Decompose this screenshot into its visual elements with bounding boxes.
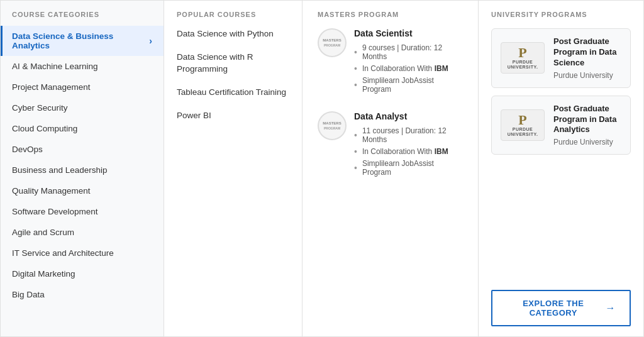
sidebar-item-label: Project Management bbox=[12, 82, 91, 92]
explore-btn-wrapper: EXPLORE THE CATEGORY → bbox=[491, 282, 631, 326]
sidebar-item-label: Digital Marketing bbox=[12, 269, 75, 279]
uni-card-data-science[interactable]: P PURDUEUNIVERSITY. Post Graduate Progra… bbox=[491, 28, 631, 88]
sidebar-item-label: DevOps bbox=[12, 145, 43, 154]
uni-info-data-analytics: Post Graduate Program in Data Analytics … bbox=[553, 104, 621, 147]
sidebar-item-devops[interactable]: DevOps bbox=[1, 139, 164, 160]
master-detail-jobassist-1: Simplilearn JobAssist Program bbox=[354, 76, 463, 94]
sidebar-item-cloud-computing[interactable]: Cloud Computing bbox=[1, 118, 164, 139]
master-title-data-analyst: Data Analyst bbox=[354, 111, 463, 121]
master-title-data-scientist: Data Scientist bbox=[354, 28, 463, 38]
uni-info-data-science: Post Graduate Program in Data Science Pu… bbox=[553, 36, 621, 80]
university-programs-panel: UNIVERSITY PROGRAMS P PURDUEUNIVERSITY. … bbox=[479, 1, 643, 336]
explore-category-button[interactable]: EXPLORE THE CATEGORY → bbox=[491, 290, 631, 326]
sidebar-item-digital-marketing[interactable]: Digital Marketing bbox=[1, 263, 164, 284]
sidebar-item-big-data[interactable]: Big Data bbox=[1, 284, 164, 305]
masters-logo-data-scientist: MASTERS PROGRAM bbox=[318, 28, 347, 57]
popular-courses-header: POPULAR COURSES bbox=[177, 11, 289, 18]
university-programs-header: UNIVERSITY PROGRAMS bbox=[491, 11, 631, 18]
course-link-tableau[interactable]: Tableau Certification Training bbox=[177, 87, 289, 99]
uni-subtitle-data-analytics: Purdue University bbox=[553, 138, 621, 146]
sidebar-header: COURSE CATEGORIES bbox=[1, 11, 164, 26]
masters-card-data-analyst[interactable]: MASTERS PROGRAM Data Analyst 11 courses … bbox=[318, 111, 463, 179]
masters-info-data-analyst: Data Analyst 11 courses | Duration: 12 M… bbox=[354, 111, 463, 179]
sidebar-item-label: IT Service and Architecture bbox=[12, 248, 114, 258]
sidebar-item-software-dev[interactable]: Software Development bbox=[1, 201, 164, 222]
sidebar-item-agile-scrum[interactable]: Agile and Scrum bbox=[1, 222, 164, 243]
sidebar-item-label: Agile and Scrum bbox=[12, 228, 74, 237]
uni-subtitle-data-science: Purdue University bbox=[553, 71, 621, 80]
sidebar-item-label: AI & Machine Learning bbox=[12, 62, 98, 71]
masters-logo-data-analyst: MASTERS PROGRAM bbox=[318, 111, 347, 140]
purdue-logo-2: P PURDUEUNIVERSITY. bbox=[501, 109, 545, 141]
uni-title-data-science: Post Graduate Program in Data Science bbox=[553, 36, 621, 69]
chevron-right-icon: › bbox=[149, 36, 152, 46]
explore-btn-label: EXPLORE THE CATEGORY bbox=[506, 299, 601, 318]
uni-card-data-analytics[interactable]: P PURDUEUNIVERSITY. Post Graduate Progra… bbox=[491, 96, 631, 155]
sidebar-item-ai-ml[interactable]: AI & Machine Learning bbox=[1, 56, 164, 77]
master-detail-courses-2: 11 courses | Duration: 12 Months bbox=[354, 126, 463, 144]
uni-title-data-analytics: Post Graduate Program in Data Analytics bbox=[553, 104, 621, 136]
sidebar-item-label: Cyber Security bbox=[12, 103, 68, 113]
sidebar-item-quality-mgmt[interactable]: Quality Management bbox=[1, 180, 164, 201]
course-link-powerbi[interactable]: Power BI bbox=[177, 110, 289, 122]
sidebar-item-label: Cloud Computing bbox=[12, 124, 77, 133]
sidebar-item-label: Big Data bbox=[12, 290, 45, 299]
masters-info-data-scientist: Data Scientist 9 courses | Duration: 12 … bbox=[354, 28, 463, 96]
master-detail-ibm-2: In Collaboration With IBM bbox=[354, 146, 463, 157]
sidebar: COURSE CATEGORIES Data Science & Busines… bbox=[1, 1, 164, 336]
sidebar-item-it-service[interactable]: IT Service and Architecture bbox=[1, 243, 164, 263]
master-detail-ibm-1: In Collaboration With IBM bbox=[354, 64, 463, 74]
masters-program-header: MASTERS PROGRAM bbox=[318, 11, 463, 18]
master-detail-jobassist-2: Simplilearn JobAssist Program bbox=[354, 159, 463, 177]
sidebar-item-label: Quality Management bbox=[12, 186, 91, 196]
purdue-logo-1: P PURDUEUNIVERSITY. bbox=[501, 42, 545, 74]
sidebar-item-label: Business and Leadership bbox=[12, 165, 108, 175]
arrow-right-icon: → bbox=[606, 302, 616, 314]
course-link-python[interactable]: Data Science with Python bbox=[177, 28, 289, 40]
sidebar-item-label: Data Science & Business Analytics bbox=[12, 31, 149, 50]
course-link-r-programming[interactable]: Data Science with R Programming bbox=[177, 52, 289, 75]
sidebar-item-label: Software Development bbox=[12, 207, 98, 216]
masters-card-data-scientist[interactable]: MASTERS PROGRAM Data Scientist 9 courses… bbox=[318, 28, 463, 96]
popular-courses-panel: POPULAR COURSES Data Science with Python… bbox=[164, 1, 303, 336]
sidebar-item-project-mgmt[interactable]: Project Management bbox=[1, 77, 164, 97]
sidebar-item-business-leadership[interactable]: Business and Leadership bbox=[1, 160, 164, 180]
master-detail-courses-1: 9 courses | Duration: 12 Months bbox=[354, 43, 463, 61]
sidebar-item-data-science[interactable]: Data Science & Business Analytics › bbox=[1, 26, 164, 56]
sidebar-item-cyber-security[interactable]: Cyber Security bbox=[1, 97, 164, 118]
masters-program-panel: MASTERS PROGRAM MASTERS PROGRAM Data Sci… bbox=[303, 1, 479, 336]
